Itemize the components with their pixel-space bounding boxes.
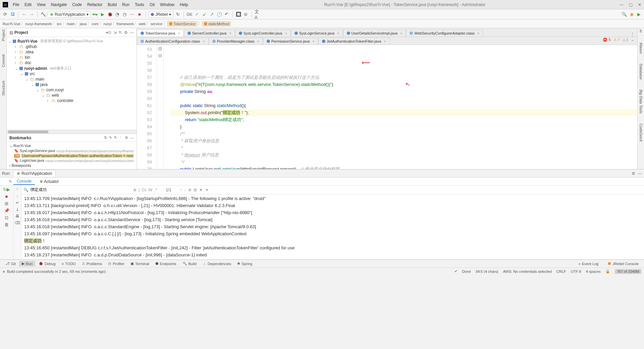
project-view-icon[interactable]: ▤	[9, 30, 13, 35]
expand-icon[interactable]: ⇲	[113, 30, 117, 35]
cursor-position[interactable]: 34:5 (4 chars)	[476, 269, 498, 273]
close-icon[interactable]: ×	[257, 39, 259, 43]
tree-node[interactable]: ›🗀.github	[7, 44, 137, 49]
close-icon[interactable]: ×	[285, 31, 287, 35]
tree-node[interactable]: ⌄🗀com.ruoyi	[7, 87, 137, 93]
search-input[interactable]	[31, 188, 131, 192]
minimize-button[interactable]: —	[620, 2, 624, 7]
run-icon[interactable]: ⬅▸	[92, 11, 98, 17]
bottom-tab-endpoints[interactable]: ⬢Endpoints	[153, 261, 179, 266]
console-output[interactable]: 13:45:13.709 [restartedMain] INFO c.r.Ru…	[21, 194, 644, 259]
console-tab[interactable]: Console	[13, 178, 35, 185]
tree-node[interactable]: ⌄🗀web	[7, 93, 137, 98]
fold-gutter[interactable]: @⊟	[157, 45, 164, 169]
menu-code[interactable]: Code	[70, 2, 84, 8]
close-icon[interactable]: ×	[203, 39, 205, 43]
regex-icon[interactable]: .*	[154, 188, 157, 192]
bottom-tab-run[interactable]: ▶Run	[19, 261, 35, 266]
run-config-selector[interactable]: ❀ RuoYiApplication ▾	[48, 11, 91, 18]
bottom-tab-event-log[interactable]: ●Event Log	[576, 261, 601, 266]
menu-git[interactable]: Git	[148, 2, 157, 8]
inspection-widget[interactable]: ⛔ 5 ⚠ 7 △ 1 ⌄	[603, 38, 634, 42]
select-all-icon[interactable]: ⊞	[194, 188, 197, 192]
more-icon[interactable]: ⋯	[129, 11, 135, 17]
menu-file[interactable]: File	[11, 2, 21, 8]
close-icon[interactable]: ×	[400, 31, 402, 35]
right-tab-big-data-tools[interactable]: Big Data Tools	[639, 90, 643, 113]
menu-tools[interactable]: Tools	[133, 2, 146, 8]
layout-icon[interactable]: ⊞	[5, 201, 8, 206]
bottom-tab-debug[interactable]: 🐞Debug	[36, 261, 58, 266]
tree-node[interactable]: ⌄src	[7, 71, 137, 77]
git-rollback-icon[interactable]: ↶	[224, 11, 230, 17]
editor-tab[interactable]: AuthenticationConfiguration.class×	[137, 38, 209, 45]
wrap-icon[interactable]: ↵	[16, 200, 19, 205]
code-editor[interactable]: 535455565758596061626364656667686970 @⊟ …	[137, 45, 637, 169]
more-icon[interactable]: ⋮	[119, 136, 123, 140]
breadcrumb-item[interactable]: framework	[117, 22, 134, 26]
menu-navigate[interactable]: Navigate	[49, 2, 69, 8]
up-icon[interactable]: ↑	[180, 188, 182, 192]
tree-root[interactable]: ⌄RuoYi-Vue若依管理系统 E:\gitRepos2\RuoYi-Vue	[7, 38, 137, 44]
menu-refactor[interactable]: Refactor	[85, 2, 104, 8]
right-tab-database[interactable]: Database	[639, 64, 643, 80]
collapse-icon[interactable]: ⇱	[114, 136, 117, 140]
breadcrumb-item[interactable]: service	[151, 22, 162, 26]
sync-icon[interactable]: ⟳	[2, 11, 8, 17]
stop-icon[interactable]: ■	[137, 11, 143, 17]
collapse-icon[interactable]: ⇱	[119, 30, 122, 35]
right-tab-codegeex[interactable]: CodeGeeX	[639, 123, 643, 142]
hide-icon[interactable]: —	[130, 30, 134, 35]
editor-tab[interactable]: PermissionService.java×	[263, 38, 318, 45]
editor-tab[interactable]: JwtAuthenticationTokenFilter.java×	[318, 38, 390, 45]
breadcrumb-item[interactable]: ruoyi-framework	[25, 22, 52, 26]
hide-icon[interactable]: —	[638, 171, 642, 176]
down-icon[interactable]: ↓	[16, 194, 18, 198]
tree-node[interactable]: ⌄java	[7, 82, 137, 87]
print-icon[interactable]: 🖶	[15, 214, 19, 218]
bookmark-item[interactable]: 74UsernamePasswordAuthenticationToken au…	[9, 153, 134, 158]
filter-icon[interactable]: ⇅	[104, 136, 107, 140]
encoding[interactable]: UTF-8	[571, 269, 581, 273]
close-icon[interactable]: ×	[229, 31, 231, 35]
run-config-tab[interactable]: ❀ RuoYiApplication	[13, 170, 56, 177]
jrebel-selector[interactable]: ⬢ JRebel ▾	[148, 11, 173, 18]
coverage-icon[interactable]: ◔	[114, 11, 120, 17]
aws-status[interactable]: AWS: No credentials selected	[503, 269, 552, 273]
tab-options-icon[interactable]: ⋮	[628, 32, 637, 37]
editor-tab[interactable]: ProviderManager.class×	[209, 38, 263, 45]
bookmark-item[interactable]: 🔖 LoginUser.java ruoyi-common/src/main/j…	[9, 158, 134, 163]
prev-icon[interactable]: ⊗	[133, 188, 137, 192]
close-icon[interactable]: ×	[384, 39, 386, 43]
idea-icon[interactable]: 🔲	[235, 11, 241, 17]
menu-run[interactable]: Run	[120, 2, 131, 8]
menu-help[interactable]: Help	[178, 2, 190, 8]
left-tab-commit[interactable]: Commit	[1, 54, 5, 67]
play-icon[interactable]: ▶	[100, 11, 106, 17]
hide-icon[interactable]: —	[130, 136, 134, 140]
pin-icon[interactable]: 📌	[4, 208, 9, 213]
indent[interactable]: 4 spaces	[586, 269, 601, 273]
maximize-button[interactable]: ▢	[629, 2, 633, 7]
stop-icon[interactable]: ■	[5, 194, 8, 199]
chevron-icon[interactable]: ⌄	[631, 38, 634, 42]
save-icon[interactable]: 🖫	[9, 11, 15, 17]
hammer-icon[interactable]: 🔨	[40, 11, 46, 17]
select-opened-icon[interactable]: ⊙	[108, 30, 111, 35]
git-history-icon[interactable]: 🕐	[216, 11, 222, 17]
settings-icon[interactable]: ⚙	[632, 171, 635, 176]
editor-tab[interactable]: WebSecurityConfigurerAdapter.class×	[406, 30, 483, 37]
editor-tab[interactable]: TokenService.java×	[137, 30, 184, 37]
exit-icon[interactable]: ⊡	[5, 215, 8, 220]
funnel-icon[interactable]: ⏷	[205, 188, 209, 192]
word-icon[interactable]: W	[149, 188, 152, 192]
tree-node[interactable]: ›🗀controller	[7, 98, 137, 103]
code-content[interactable]: ⟵ ↖ // 自己添加的一个属性，就是为了测试是否能在启动的时候执行这个方法. …	[164, 45, 637, 169]
search-icon[interactable]: 🔍	[621, 11, 627, 17]
ide-settings-icon[interactable]: ◉	[629, 11, 635, 17]
bm-root[interactable]: ⌄ RuoYi-Vue	[9, 143, 134, 148]
tree-node[interactable]: ›🗀.idea	[7, 49, 137, 55]
tree-node[interactable]: ›🗀bin	[7, 55, 137, 60]
bookmarks-tree[interactable]: ⌄ RuoYi-Vue🔖 SysLoginService.java ruoyi-…	[7, 142, 137, 169]
down-icon[interactable]: ↓	[184, 188, 186, 192]
